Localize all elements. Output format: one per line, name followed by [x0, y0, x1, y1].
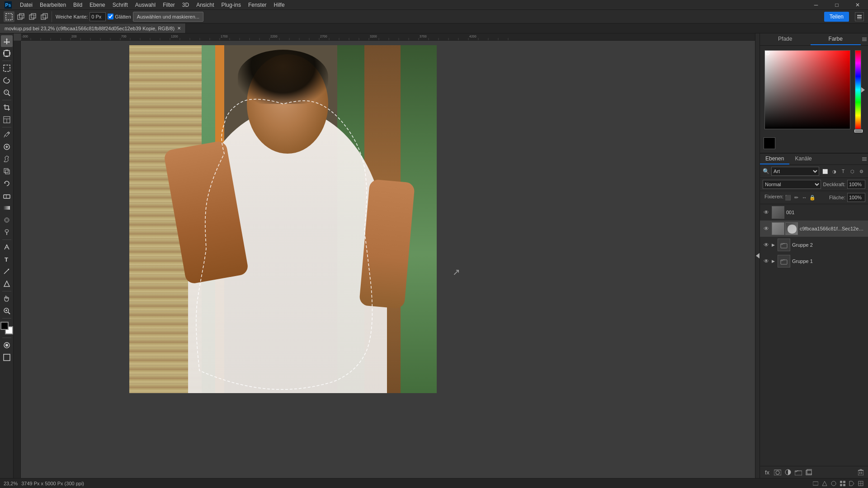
menu-fenster[interactable]: Fenster [245, 0, 270, 9]
rp-panel-menu-btn[interactable] [861, 33, 868, 45]
maximize-button[interactable]: □ [826, 0, 847, 10]
active-color-swatch[interactable] [764, 137, 775, 149]
layers-filter-select[interactable]: Art [771, 167, 819, 176]
menu-plugins[interactable]: Plug-ins [218, 0, 245, 9]
clone-stamp-btn[interactable] [1, 165, 13, 177]
tab-close-btn[interactable]: ✕ [177, 26, 181, 31]
color-hue-bar[interactable] [855, 50, 861, 129]
status-btn-2[interactable] [821, 480, 828, 487]
status-btn-6[interactable] [857, 480, 864, 487]
zoom-tool-btn[interactable] [1, 305, 13, 317]
layer-group-arrow[interactable]: ▶ [772, 259, 775, 263]
dodge-tool-btn[interactable] [1, 226, 13, 238]
fg-bg-colors[interactable] [0, 322, 13, 334]
blur-tool-btn[interactable] [1, 214, 13, 226]
add-selection-btn[interactable]: + [15, 11, 26, 22]
layer-item[interactable]: 👁 ▶ Gruppe 2 [760, 237, 868, 253]
fg-color-swatch[interactable] [0, 322, 9, 330]
layer-item[interactable]: 👁 ▶ Gruppe 1 [760, 253, 868, 269]
status-btn-5[interactable] [848, 480, 855, 487]
history-brush-btn[interactable] [1, 178, 13, 189]
path-select-btn[interactable] [1, 266, 13, 277]
menu-bild[interactable]: Bild [70, 0, 86, 9]
screen-mode-btn[interactable] [1, 352, 13, 363]
minimize-button[interactable]: ─ [806, 0, 826, 10]
filter-smart-btn[interactable]: ⚙ [857, 167, 865, 175]
shape-tool-btn[interactable] [1, 278, 13, 290]
filter-adjust-btn[interactable]: ◑ [830, 167, 838, 175]
farbe-tab[interactable]: Farbe [811, 33, 861, 45]
opacity-input[interactable] [847, 180, 865, 189]
new-selection-btn[interactable] [4, 11, 14, 22]
artboard-tool-btn[interactable] [1, 47, 13, 59]
layer-item[interactable]: 👁 001 [760, 204, 868, 221]
lasso-tool-btn[interactable] [1, 75, 13, 86]
blend-mode-select[interactable]: Normal Auflösen Multiplizieren [763, 180, 821, 189]
kanaele-tab[interactable]: Kanäle [789, 154, 817, 164]
status-btn-3[interactable] [830, 480, 837, 487]
lock-pixels-btn[interactable]: ⬛ [784, 194, 792, 201]
menu-3d[interactable]: 3D [179, 0, 193, 9]
ebenen-tab[interactable]: Ebenen [760, 154, 789, 164]
panel-collapse-btn[interactable] [755, 33, 760, 478]
hand-tool-btn[interactable] [1, 293, 13, 305]
layer-visibility-btn[interactable]: 👁 [763, 241, 770, 249]
rect-select-tool-btn[interactable] [1, 62, 13, 74]
fill-input[interactable] [847, 193, 865, 202]
add-adjustment-btn[interactable] [783, 468, 793, 477]
intersect-selection-btn[interactable] [39, 11, 50, 22]
layer-item[interactable]: 👁 c9fbcaa1566c81f...Sec12eb39 Kopie [760, 221, 868, 237]
menu-auswahl[interactable]: Auswahl [132, 0, 159, 9]
create-group-btn[interactable] [794, 468, 803, 477]
delete-layer-btn[interactable] [856, 468, 865, 477]
close-button[interactable]: ✕ [847, 0, 868, 10]
menu-bearbeiten[interactable]: Bearbeiten [36, 0, 70, 9]
main-tab[interactable]: movkup.psd bei 23,2% (c9fbcaa1566c81fb88… [0, 23, 186, 33]
move-tool-btn[interactable] [1, 35, 13, 47]
menu-schrift[interactable]: Schrift [109, 0, 132, 9]
panel-toggle-btn[interactable] [855, 12, 864, 21]
gradient-tool-btn[interactable] [1, 202, 13, 214]
slice-tool-btn[interactable] [1, 114, 13, 126]
add-mask-btn[interactable] [773, 468, 782, 477]
text-tool-btn[interactable]: T [1, 253, 13, 265]
glatten-checkbox[interactable]: Glätten [108, 14, 131, 19]
layer-visibility-btn[interactable]: 👁 [763, 258, 770, 265]
menu-hilfe[interactable]: Hilfe [270, 0, 288, 9]
filter-shape-btn[interactable]: ⬡ [848, 167, 856, 175]
brush-tool-btn[interactable] [1, 153, 13, 165]
lock-all-btn[interactable]: 🔒 [809, 194, 816, 201]
share-btn[interactable]: Teilen [824, 12, 849, 22]
quick-select-tool-btn[interactable]: * [1, 87, 13, 99]
add-fx-btn[interactable]: fx [763, 468, 772, 477]
crop-tool-btn[interactable] [1, 102, 13, 113]
pen-tool-btn[interactable] [1, 241, 13, 253]
lock-artboard-btn[interactable]: ↔ [801, 194, 808, 201]
lock-position-btn[interactable]: ✏ [793, 194, 800, 201]
layer-group-arrow[interactable]: ▶ [772, 243, 775, 247]
menu-filter[interactable]: Filter [159, 0, 179, 9]
svg-rect-17 [5, 56, 8, 57]
eraser-tool-btn[interactable] [1, 190, 13, 202]
status-btn-4[interactable] [839, 480, 846, 487]
menu-datei[interactable]: Datei [16, 0, 36, 9]
menu-ebene[interactable]: Ebene [86, 0, 109, 9]
layers-menu-btn[interactable] [861, 154, 868, 164]
filter-text-btn[interactable]: T [839, 167, 847, 175]
auswaehlen-maskieren-btn[interactable]: Auswählen und maskieren... [133, 12, 203, 22]
layer-visibility-btn[interactable]: 👁 [763, 225, 770, 232]
weiche-kante-input[interactable] [90, 12, 106, 21]
layer-visibility-btn[interactable]: 👁 [763, 209, 770, 216]
color-gradient[interactable] [764, 50, 850, 129]
menu-ansicht[interactable]: Ansicht [193, 0, 217, 9]
pfade-tab[interactable]: Pfade [760, 33, 811, 45]
quick-mask-btn[interactable] [1, 339, 13, 351]
healing-brush-btn[interactable] [1, 141, 13, 153]
filter-pixel-btn[interactable]: ⬜ [821, 167, 829, 175]
status-btn-1[interactable] [812, 480, 819, 487]
subtract-selection-btn[interactable]: − [27, 11, 38, 22]
color-expand-btn[interactable] [861, 50, 865, 129]
eyedropper-tool-btn[interactable] [1, 129, 13, 141]
create-layer-btn[interactable] [804, 468, 813, 477]
canvas-container[interactable]: ↗ [21, 41, 755, 478]
